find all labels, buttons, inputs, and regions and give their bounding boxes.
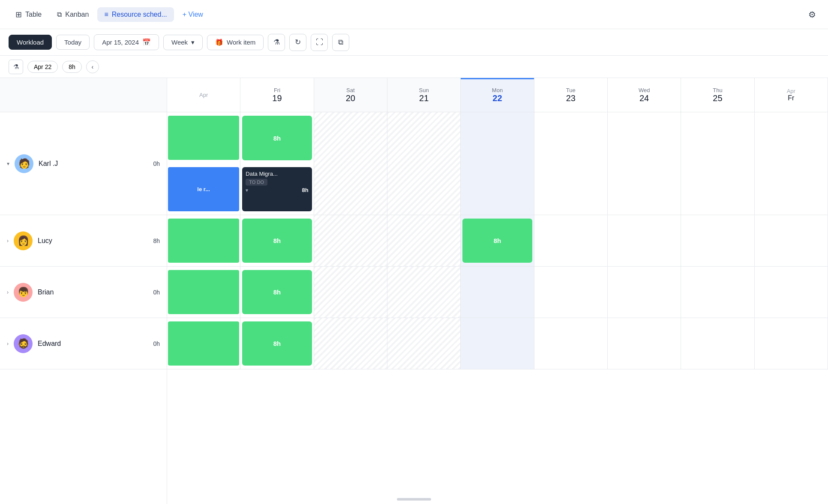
- expand-btn[interactable]: ⛶: [311, 34, 328, 51]
- cell-brian-0: [167, 267, 240, 318]
- day-headers: AprFri19Sat20Sun21Mon22Tue23Wed24Thu25Ap…: [167, 78, 828, 112]
- nav-table-label: Table: [25, 11, 42, 18]
- person-grid-row-brian: 8h: [167, 267, 828, 318]
- avatar-brian: 👦: [14, 283, 33, 302]
- day-header-3: Sun21: [387, 78, 461, 112]
- calendar-icon: 📅: [142, 38, 151, 46]
- expand-brian[interactable]: ›: [7, 289, 9, 295]
- day-header-4: Mon22: [461, 78, 534, 112]
- refresh-btn[interactable]: ↻: [289, 34, 306, 51]
- cell-edward-6: [608, 318, 681, 369]
- table-icon: ⊞: [15, 10, 22, 19]
- today-btn[interactable]: Today: [56, 35, 90, 50]
- cell-lucy-7: [681, 215, 754, 266]
- cell-karl-2: [314, 112, 387, 215]
- scrollbar-indicator[interactable]: [397, 498, 431, 501]
- work-item-icon: 🎁: [215, 39, 223, 46]
- gear-icon[interactable]: ⚙: [805, 6, 819, 23]
- left-panel: ▾🧑Karl .J0h›👩Lucy8h›👦Brian0h›🧔Edward0h: [0, 78, 167, 504]
- back-icon: ‹: [91, 63, 93, 70]
- left-header: [0, 78, 167, 112]
- green-partial-left: [168, 321, 239, 366]
- expand-edward[interactable]: ›: [7, 341, 9, 347]
- calendar-area: ▾🧑Karl .J0h›👩Lucy8h›👦Brian0h›🧔Edward0h A…: [0, 78, 828, 504]
- back-btn[interactable]: ‹: [86, 60, 99, 73]
- date-picker-btn[interactable]: Apr 15, 2024 📅: [94, 34, 159, 50]
- nav-resource[interactable]: ≡ Resource sched...: [97, 7, 174, 22]
- nav-kanban[interactable]: ⧉ Kanban: [50, 7, 96, 22]
- resource-icon: ≡: [104, 11, 108, 18]
- dark-block-data-migra[interactable]: Data Migra...TO DO▾8h: [242, 167, 312, 211]
- day-header-7: Thu25: [681, 78, 754, 112]
- cell-edward-5: [534, 318, 608, 369]
- nav-table[interactable]: ⊞ Table: [9, 6, 48, 23]
- green-partial-left: [168, 270, 239, 314]
- green-block-karl-fri: 8h: [242, 116, 312, 160]
- cell-karl-4: [461, 112, 534, 215]
- filter-left: ⚗ Apr 22 8h ‹: [9, 60, 176, 74]
- expand-icon: ⛶: [316, 38, 323, 47]
- filter-row-icon-btn[interactable]: ⚗: [9, 60, 23, 74]
- person-grid-row-edward: 8h: [167, 318, 828, 369]
- cell-lucy-6: [608, 215, 681, 266]
- filter-btn[interactable]: ⚗: [268, 34, 285, 51]
- filter-date-chip[interactable]: Apr 22: [27, 61, 58, 73]
- people-left-list: ▾🧑Karl .J0h›👩Lucy8h›👦Brian0h›🧔Edward0h: [0, 112, 167, 369]
- person-name-karl: Karl .J: [39, 160, 58, 168]
- cell-lucy-5: [534, 215, 608, 266]
- filter-icon: ⚗: [273, 38, 280, 47]
- refresh-icon: ↻: [295, 38, 301, 47]
- cell-karl-6: [608, 112, 681, 215]
- person-name-brian: Brian: [38, 288, 54, 296]
- cell-edward-0: [167, 318, 240, 369]
- cell-karl-1: 8hData Migra...TO DO▾8h: [240, 112, 314, 215]
- cell-brian-8: [755, 267, 828, 318]
- cell-edward-7: [681, 318, 754, 369]
- nav-resource-label: Resource sched...: [112, 11, 167, 18]
- workload-btn[interactable]: Workload: [9, 35, 52, 50]
- plus-view-btn[interactable]: + View: [176, 7, 210, 22]
- dropdown-icon: ▾: [191, 39, 195, 46]
- green-block-brian-fri: 8h: [242, 270, 312, 314]
- kanban-icon: ⧉: [57, 11, 62, 18]
- cell-brian-6: [608, 267, 681, 318]
- green-block-edward-fri: 8h: [242, 321, 312, 366]
- people-grid: le r...8hData Migra...TO DO▾8h8h8h8h8h: [167, 112, 828, 369]
- cell-brian-3: [387, 267, 461, 318]
- expand-karl[interactable]: ▾: [7, 161, 9, 167]
- cell-karl-5: [534, 112, 608, 215]
- person-grid-row-karl: le r...8hData Migra...TO DO▾8h: [167, 112, 828, 215]
- person-hours-edward: 0h: [153, 340, 160, 347]
- date-label: Apr 15, 2024: [102, 39, 139, 46]
- day-header-6: Wed24: [608, 78, 681, 112]
- cell-brian-4: [461, 267, 534, 318]
- cell-karl-7: [681, 112, 754, 215]
- today-label: Today: [64, 39, 81, 46]
- sliders-btn[interactable]: ⧉: [332, 34, 349, 51]
- cell-lucy-4: 8h: [461, 215, 534, 266]
- person-name-edward: Edward: [38, 340, 61, 348]
- cell-brian-5: [534, 267, 608, 318]
- person-hours-karl: 0h: [153, 160, 160, 167]
- week-label: Week: [171, 39, 188, 46]
- day-header-0: Apr: [167, 78, 240, 112]
- filter-row: ⚗ Apr 22 8h ‹: [0, 56, 828, 78]
- person-name-lucy: Lucy: [38, 237, 52, 245]
- filter-hours-label: 8h: [69, 63, 75, 70]
- sliders-icon: ⧉: [338, 38, 343, 47]
- avatar-lucy: 👩: [14, 231, 33, 250]
- work-item-btn[interactable]: 🎁 Work item: [207, 35, 264, 50]
- cell-edward-1: 8h: [240, 318, 314, 369]
- work-item-label: Work item: [227, 39, 255, 46]
- cell-edward-2: [314, 318, 387, 369]
- green-block-lucy-fri: 8h: [242, 219, 312, 263]
- avatar-karl: 🧑: [15, 154, 33, 173]
- cell-lucy-8: [755, 215, 828, 266]
- week-dropdown-btn[interactable]: Week ▾: [163, 35, 203, 50]
- green-partial-block: [168, 116, 239, 160]
- filter-hours-chip[interactable]: 8h: [62, 61, 82, 73]
- grid-area: AprFri19Sat20Sun21Mon22Tue23Wed24Thu25Ap…: [167, 78, 828, 504]
- expand-lucy[interactable]: ›: [7, 238, 9, 244]
- cell-lucy-2: [314, 215, 387, 266]
- cell-lucy-0: [167, 215, 240, 266]
